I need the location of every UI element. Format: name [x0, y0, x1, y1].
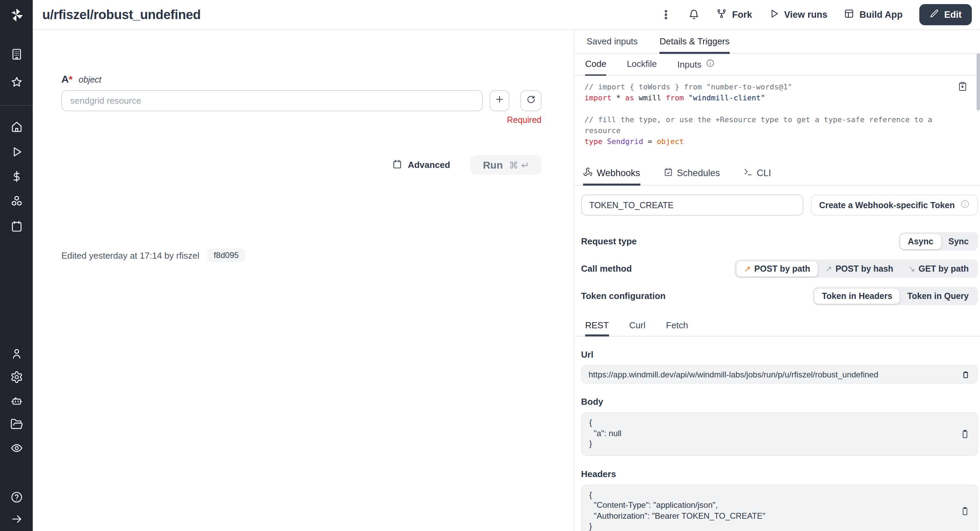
detail-tabbar: Code Lockfile Inputs [574, 54, 980, 76]
run-button[interactable]: Run ⌘ ↵ [471, 155, 541, 175]
details-panel: Saved inputs Details & Triggers Code Loc… [574, 30, 980, 531]
plus-icon [495, 94, 505, 107]
calendar-icon[interactable] [10, 220, 23, 233]
user-icon[interactable] [10, 348, 23, 360]
play-icon[interactable] [10, 145, 23, 158]
folder-icon[interactable] [10, 418, 23, 431]
create-webhook-token-button[interactable]: Create a Webhook-specific Token [811, 195, 978, 216]
panel-tabbar: Saved inputs Details & Triggers [574, 30, 980, 54]
tab-code[interactable]: Code [585, 54, 606, 75]
advanced-label: Advanced [408, 160, 450, 170]
eye-icon[interactable] [10, 442, 23, 454]
windmill-logo[interactable] [0, 0, 33, 30]
tab-cli[interactable]: CLI [743, 163, 771, 185]
field-label: A* [61, 73, 73, 85]
body-field: { "a": null } [581, 412, 978, 456]
info-icon [960, 199, 970, 211]
add-resource-button[interactable] [490, 90, 509, 111]
refresh-button[interactable] [520, 90, 541, 111]
copy-body-button[interactable] [960, 429, 970, 439]
build-app-button[interactable]: Build App [844, 8, 903, 21]
option-sync[interactable]: Sync [941, 234, 976, 249]
edit-button[interactable]: Edit [919, 4, 972, 25]
tab-curl[interactable]: Curl [629, 317, 646, 336]
home-icon[interactable] [10, 120, 23, 133]
building-icon[interactable] [10, 48, 23, 61]
refresh-icon [526, 94, 536, 107]
tab-details-triggers[interactable]: Details & Triggers [659, 30, 729, 53]
code-line: // fill the type, or use the +Resource t… [584, 115, 937, 135]
fork-label: Fork [732, 10, 752, 20]
headers-line: } [589, 521, 954, 531]
required-text: Required [61, 115, 541, 125]
body-line: } [589, 439, 954, 450]
request-type-toggle: Async Sync [899, 232, 978, 250]
calendar-icon [663, 167, 673, 179]
run-form-area: A* object Required [33, 30, 574, 531]
headers-field: { "Content-Type": "application/json", "A… [581, 484, 978, 531]
arrow-up-right-icon: ↗ [744, 264, 751, 273]
panel-scrollbar-thumb[interactable] [977, 53, 980, 110]
headers-line: { [589, 490, 954, 500]
advanced-button[interactable]: Advanced [392, 159, 450, 171]
code-line: import * as wmill from "windmill-client" [584, 93, 953, 104]
terminal-icon [743, 167, 752, 179]
copy-code-button[interactable] [958, 81, 968, 95]
tab-saved-inputs[interactable]: Saved inputs [587, 30, 638, 53]
tab-inputs[interactable]: Inputs [677, 54, 714, 75]
example-tabbar: REST Curl Fetch [574, 317, 980, 336]
option-get-by-path[interactable]: ↘GET by path [901, 261, 976, 276]
code-line: type Sendgrid = object [584, 137, 953, 147]
page-title: u/rfiszel/robust_undefined [42, 7, 201, 22]
arrow-right-icon[interactable] [10, 513, 23, 526]
robot-icon[interactable] [10, 394, 23, 407]
cubes-icon[interactable] [10, 195, 23, 207]
token-input[interactable] [581, 195, 803, 216]
webhook-icon [583, 167, 593, 179]
call-method-toggle: ↗POST by path ↗POST by hash ↘GET by path [735, 259, 978, 278]
trigger-tabbar: Webhooks Schedules CLI [574, 163, 980, 186]
tab-lockfile[interactable]: Lockfile [627, 54, 657, 75]
hash-badge[interactable]: f8d095 [208, 249, 245, 262]
info-icon [705, 59, 714, 70]
dollar-icon[interactable] [10, 170, 23, 183]
calendar-icon [392, 159, 402, 171]
star-icon[interactable] [10, 76, 23, 89]
tab-schedules[interactable]: Schedules [663, 163, 720, 185]
code-line: // import { toWords } from "number-to-wo… [584, 83, 792, 91]
option-token-in-query[interactable]: Token in Query [900, 289, 976, 303]
token-config-label: Token configuration [581, 291, 666, 301]
headers-line: "Authorization": "Bearer TOKEN_TO_CREATE… [589, 511, 954, 521]
option-post-by-hash[interactable]: ↗POST by hash [818, 261, 901, 276]
tab-rest[interactable]: REST [585, 317, 609, 336]
headers-label: Headers [581, 469, 978, 479]
fork-button[interactable]: Fork [716, 8, 752, 21]
url-field[interactable]: https://app.windmill.dev/api/w/windmill-… [581, 365, 978, 384]
left-sidebar [0, 0, 33, 531]
body-line: "a": null [589, 428, 954, 439]
copy-url-button[interactable] [961, 370, 970, 379]
pencil-icon [929, 9, 939, 21]
option-async[interactable]: Async [900, 234, 941, 249]
option-token-in-headers[interactable]: Token in Headers [814, 289, 900, 303]
tab-webhooks[interactable]: Webhooks [583, 163, 640, 185]
arrow-down-right-icon: ↘ [908, 264, 915, 273]
code-line-empty [584, 104, 953, 115]
kebab-menu-button[interactable] [660, 9, 672, 21]
body-label: Body [581, 397, 978, 407]
option-post-by-path[interactable]: ↗POST by path [737, 261, 818, 276]
gear-icon[interactable] [10, 371, 23, 384]
view-runs-button[interactable]: View runs [768, 8, 827, 21]
copy-headers-button[interactable] [960, 506, 970, 516]
help-icon[interactable] [10, 491, 23, 504]
resource-input[interactable] [61, 90, 483, 111]
url-value: https://app.windmill.dev/api/w/windmill-… [589, 370, 961, 379]
play-icon [768, 8, 779, 21]
bell-button[interactable] [689, 9, 700, 21]
token-config-toggle: Token in Headers Token in Query [813, 287, 978, 305]
headers-line: "Content-Type": "application/json", [589, 500, 954, 511]
view-runs-label: View runs [784, 10, 827, 20]
tab-fetch[interactable]: Fetch [666, 317, 688, 336]
fork-icon [716, 8, 727, 21]
run-label: Run [483, 159, 503, 171]
